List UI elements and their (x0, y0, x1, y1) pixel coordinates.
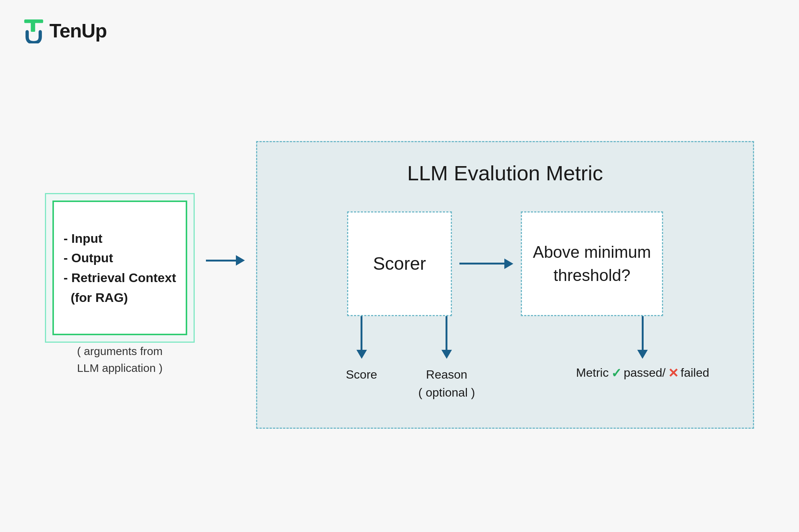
check-icon: ✓ (611, 366, 622, 380)
metric-label: Metric ✓ passed/ ✕ failed (576, 366, 710, 380)
arrow-head-inner (504, 259, 513, 269)
score-arrow (356, 316, 367, 359)
score-label: Score (346, 366, 377, 383)
input-box-outer: - Input- Output- Retrieval Context (for … (45, 193, 195, 343)
page: TenUp - Input- Output- Retrieval Context… (0, 0, 799, 532)
scorer-to-threshold-arrow (459, 259, 513, 269)
tenup-logo-icon (22, 18, 45, 43)
scorer-label: Scorer (373, 253, 426, 274)
arrow-line (206, 260, 236, 262)
input-box-text: - Input- Output- Retrieval Context (for … (56, 221, 183, 315)
metric-arrow-line (642, 316, 644, 350)
input-box: - Input- Output- Retrieval Context (for … (52, 201, 187, 335)
reason-arrow (441, 316, 452, 359)
llm-title: LLM Evalution Metric (280, 161, 730, 185)
reason-label: Reason( optional ) (418, 366, 475, 401)
diagram-row: - Input- Output- Retrieval Context (for … (22, 141, 777, 429)
x-icon: ✕ (668, 366, 678, 380)
input-section: - Input- Output- Retrieval Context (for … (45, 193, 195, 376)
metric-text: Metric (576, 366, 609, 380)
reason-arrow-line (446, 316, 447, 350)
failed-text: failed (681, 366, 710, 380)
svg-rect-1 (31, 19, 35, 32)
metric-arrow (637, 316, 648, 359)
diagram-area: - Input- Output- Retrieval Context (for … (22, 60, 777, 510)
logo-text: TenUp (49, 19, 107, 42)
threshold-box: Above minimumthreshold? (521, 211, 663, 316)
score-arrow-head (356, 350, 367, 359)
logo-area: TenUp (22, 18, 107, 43)
arrow-line-inner (459, 263, 504, 265)
arrow-head (236, 255, 245, 266)
reason-arrow-head (441, 350, 452, 359)
threshold-label: Above minimumthreshold? (527, 235, 657, 293)
scorer-box: Scorer (347, 211, 452, 316)
threshold-column: Above minimumthreshold? (521, 211, 663, 316)
input-caption: ( arguments fromLLM application ) (77, 343, 162, 376)
scorer-column: Scorer (347, 211, 452, 316)
llm-frame: LLM Evalution Metric Scorer (256, 141, 754, 429)
passed-text: passed/ (624, 366, 666, 380)
metric-arrow-head (637, 350, 648, 359)
input-to-llm-arrow (206, 255, 245, 266)
score-arrow-line (361, 316, 362, 350)
